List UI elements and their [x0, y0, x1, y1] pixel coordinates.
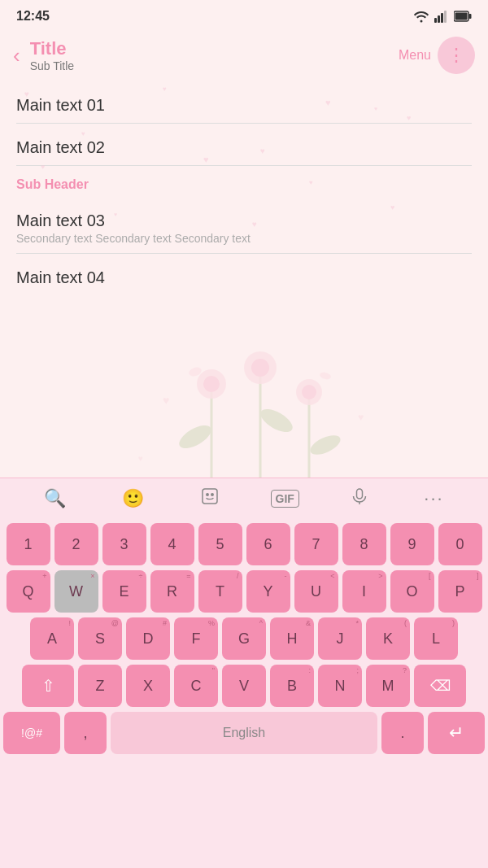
- key-q[interactable]: +Q: [7, 570, 50, 613]
- key-j[interactable]: *J: [318, 617, 362, 660]
- svg-point-20: [319, 371, 332, 380]
- shift-row: ⇧ Z X "C V :B ;N ?M ⌫: [3, 665, 485, 707]
- key-k[interactable]: (K: [366, 617, 410, 660]
- key-g[interactable]: ^G: [222, 617, 266, 660]
- shift-key[interactable]: ⇧: [22, 665, 74, 707]
- key-c[interactable]: "C: [174, 665, 218, 707]
- svg-point-16: [251, 359, 269, 377]
- qwerty-row: +Q ×W ÷E =R /T -Y <U >I [O ]P: [3, 570, 485, 613]
- signal-icon: [434, 10, 449, 23]
- key-a[interactable]: !A: [30, 617, 74, 660]
- svg-rect-6: [469, 14, 472, 19]
- comma-key[interactable]: ,: [64, 712, 107, 754]
- svg-point-26: [211, 494, 213, 495]
- bottom-row: !@# , English . ↵: [3, 712, 485, 754]
- key-o[interactable]: [O: [390, 570, 434, 613]
- key-b[interactable]: :B: [270, 665, 314, 707]
- mic-toolbar-icon[interactable]: [346, 482, 373, 515]
- key-v[interactable]: V: [222, 665, 266, 707]
- symbols-label: !@#: [21, 726, 42, 739]
- key-6[interactable]: 6: [246, 523, 290, 565]
- list-item-3: Main text 03 Secondary text Secondary te…: [16, 197, 472, 254]
- more-button[interactable]: ⋮: [438, 37, 475, 74]
- shift-icon: ⇧: [41, 676, 55, 696]
- main-text-4: Main text 04: [16, 268, 472, 287]
- svg-rect-2: [441, 13, 443, 23]
- app-subtitle: Sub Title: [30, 59, 399, 72]
- svg-rect-24: [203, 489, 217, 504]
- app-title: Title: [30, 38, 399, 59]
- list-item-2: Main text 02: [16, 124, 472, 166]
- gif-toolbar-button[interactable]: GIF: [271, 490, 299, 508]
- emoji-toolbar-icon[interactable]: 🙂: [117, 483, 149, 514]
- sticker-toolbar-icon[interactable]: [195, 482, 224, 515]
- key-w[interactable]: ×W: [54, 570, 98, 613]
- key-p[interactable]: ]P: [438, 570, 482, 613]
- svg-rect-27: [356, 489, 362, 499]
- key-7[interactable]: 7: [294, 523, 338, 565]
- key-4[interactable]: 4: [150, 523, 194, 565]
- status-time: 12:45: [16, 9, 50, 24]
- list-item-1: Main text 01: [16, 81, 472, 124]
- search-toolbar-icon[interactable]: 🔍: [39, 483, 71, 514]
- key-1[interactable]: 1: [7, 523, 50, 565]
- key-0[interactable]: 0: [438, 523, 482, 565]
- key-e[interactable]: ÷E: [102, 570, 146, 613]
- key-s[interactable]: @S: [78, 617, 122, 660]
- svg-text:♥: ♥: [163, 394, 169, 407]
- key-i[interactable]: >I: [342, 570, 386, 613]
- key-z[interactable]: Z: [78, 665, 122, 707]
- backspace-icon: ⌫: [430, 677, 451, 695]
- period-label: .: [400, 725, 404, 742]
- space-key[interactable]: English: [111, 712, 377, 754]
- app-bar: ‹ Title Sub Title Menu ⋮: [0, 29, 488, 81]
- key-h[interactable]: &H: [270, 617, 314, 660]
- more-toolbar-icon[interactable]: ···: [419, 483, 448, 514]
- svg-rect-0: [434, 18, 437, 23]
- more-dots-icon: ⋮: [447, 45, 466, 66]
- main-text-1: Main text 01: [16, 96, 472, 115]
- key-r[interactable]: =R: [150, 570, 194, 613]
- battery-icon: [454, 11, 472, 22]
- asdf-row: !A @S #D %F ^G &H *J (K )L: [3, 617, 485, 660]
- secondary-text-3: Secondary text Secondary text Secondary …: [16, 232, 472, 245]
- list-container: Main text 01 Main text 02 Sub Header Mai…: [0, 81, 488, 295]
- svg-point-11: [257, 404, 296, 436]
- svg-point-12: [307, 431, 343, 458]
- key-n[interactable]: ;N: [318, 665, 362, 707]
- key-5[interactable]: 5: [198, 523, 242, 565]
- key-x[interactable]: X: [126, 665, 170, 707]
- svg-point-10: [176, 421, 215, 452]
- main-text-2: Main text 02: [16, 138, 472, 157]
- key-8[interactable]: 8: [342, 523, 386, 565]
- key-2[interactable]: 2: [54, 523, 98, 565]
- menu-label[interactable]: Menu: [399, 48, 431, 63]
- period-key[interactable]: .: [381, 712, 424, 754]
- key-d[interactable]: #D: [126, 617, 170, 660]
- main-text-3: Main text 03: [16, 212, 472, 230]
- backspace-key[interactable]: ⌫: [414, 665, 466, 707]
- svg-point-15: [244, 351, 277, 384]
- key-f[interactable]: %F: [174, 617, 218, 660]
- key-u[interactable]: <U: [294, 570, 338, 613]
- symbols-key[interactable]: !@#: [3, 712, 60, 754]
- number-row: 1 2 3 4 5 6 7 8 9 0: [3, 523, 485, 565]
- key-l[interactable]: )L: [414, 617, 458, 660]
- status-bar: 12:45: [0, 0, 488, 29]
- enter-key[interactable]: ↵: [428, 712, 485, 754]
- status-icons: [413, 10, 472, 23]
- key-t[interactable]: /T: [198, 570, 242, 613]
- wifi-icon: [413, 10, 429, 23]
- back-button[interactable]: ‹: [13, 43, 20, 68]
- keyboard-toolbar: 🔍 🙂 GIF ···: [0, 478, 488, 518]
- key-3[interactable]: 3: [102, 523, 146, 565]
- list-item-4: Main text 04: [16, 254, 472, 295]
- title-group: Title Sub Title: [30, 38, 399, 72]
- svg-text:♥: ♥: [358, 412, 364, 423]
- key-y[interactable]: -Y: [246, 570, 290, 613]
- key-m[interactable]: ?M: [366, 665, 410, 707]
- key-9[interactable]: 9: [390, 523, 434, 565]
- keyboard: 1 2 3 4 5 6 7 8 9 0 +Q ×W ÷E =R /T -Y <U…: [0, 518, 488, 868]
- svg-point-19: [188, 366, 203, 378]
- svg-point-14: [203, 376, 220, 392]
